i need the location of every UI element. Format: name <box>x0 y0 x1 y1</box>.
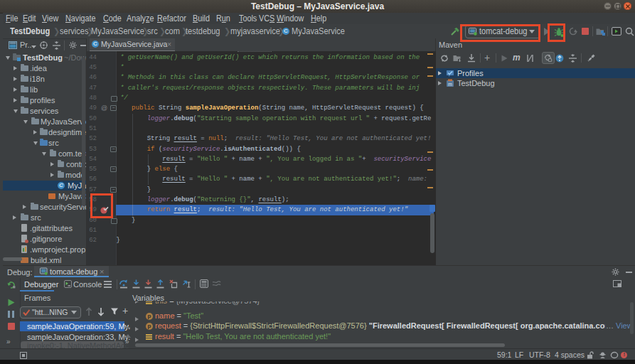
svg-text:m: m <box>448 82 452 87</box>
